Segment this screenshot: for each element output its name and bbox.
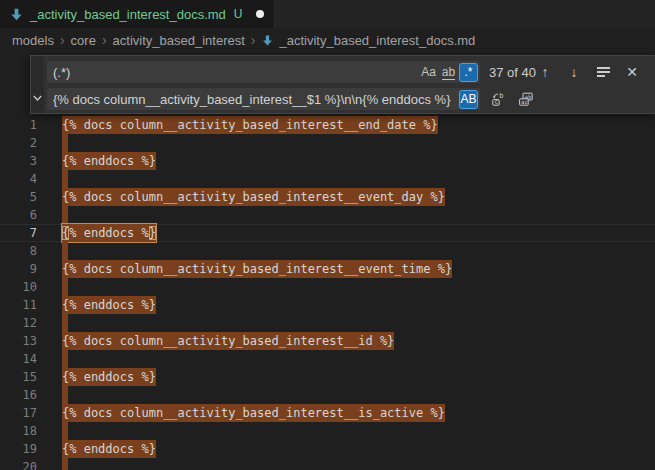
code-line[interactable]: 13{% docs column__activity_based_interes… — [0, 332, 655, 350]
code-line[interactable]: 4 — [0, 170, 655, 188]
line-number[interactable]: 16 — [0, 386, 37, 404]
code-line[interactable]: 8 — [0, 242, 655, 260]
markdown-icon — [9, 7, 24, 22]
vscode-window: _activity_based_interest_docs.md U model… — [0, 0, 655, 470]
code-text: {% enddocs %} — [37, 224, 156, 242]
breadcrumb-models[interactable]: models — [12, 33, 54, 48]
line-number[interactable]: 6 — [0, 206, 37, 224]
line-number[interactable]: 3 — [0, 152, 37, 170]
code-line[interactable]: 5{% docs column__activity_based_interest… — [0, 188, 655, 206]
code-text — [37, 134, 68, 152]
code-line[interactable]: 20 — [0, 458, 655, 470]
chevron-right-icon: › — [60, 33, 65, 47]
line-number[interactable]: 2 — [0, 134, 37, 152]
toggle-replace-button[interactable] — [31, 56, 44, 113]
line-number[interactable]: 17 — [0, 404, 37, 422]
tab-activity-docs[interactable]: _activity_based_interest_docs.md U — [0, 0, 275, 28]
svg-text:ac: ac — [521, 99, 528, 105]
search-match-empty — [62, 422, 68, 440]
replace-value: {% docs column__activity_based_interest_… — [53, 92, 458, 107]
line-number[interactable]: 20 — [0, 458, 37, 470]
code-text — [37, 170, 68, 188]
replace-all-button[interactable]: ab ac — [518, 91, 534, 107]
line-number[interactable]: 12 — [0, 314, 37, 332]
match-case-toggle[interactable]: Aa — [419, 63, 438, 82]
code-text: {% docs column__activity_based_interest_… — [37, 260, 452, 278]
previous-match-button[interactable]: ↑ — [537, 64, 553, 80]
code-line[interactable]: 3{% enddocs %} — [0, 152, 655, 170]
selection-lines-icon — [597, 67, 610, 77]
search-match: {% docs column__activity_based_interest_… — [62, 332, 394, 350]
close-button[interactable]: ✕ — [624, 64, 640, 80]
line-number[interactable]: 7 — [0, 224, 37, 242]
code-text: {% enddocs %} — [37, 368, 156, 386]
line-number[interactable]: 18 — [0, 422, 37, 440]
next-match-button[interactable]: ↓ — [566, 64, 582, 80]
find-replace-widget: (.*) Aa ab .* 37 of 40 ↑ ↓ ✕ — [30, 55, 655, 114]
preserve-case-toggle[interactable]: AB — [459, 90, 478, 109]
code-line[interactable]: 15{% enddocs %} — [0, 368, 655, 386]
code-text — [37, 422, 68, 440]
code-line[interactable]: 19{% enddocs %} — [0, 440, 655, 458]
code-text — [37, 206, 68, 224]
code-text — [37, 278, 68, 296]
code-text: {% docs column__activity_based_interest_… — [37, 332, 394, 350]
search-match: {% enddocs %} — [62, 152, 156, 170]
code-line[interactable]: 6 — [0, 206, 655, 224]
code-line[interactable]: 11{% enddocs %} — [0, 296, 655, 314]
line-number[interactable]: 11 — [0, 296, 37, 314]
breadcrumb: models › core › activity_based_interest … — [0, 28, 655, 52]
svg-text:b: b — [499, 92, 503, 100]
modified-dot-icon[interactable] — [256, 10, 264, 18]
line-number[interactable]: 4 — [0, 170, 37, 188]
code-text: {% enddocs %} — [37, 296, 156, 314]
code-text — [37, 314, 68, 332]
find-in-selection-button[interactable] — [595, 64, 611, 80]
code-text — [37, 350, 68, 368]
search-match-empty — [62, 134, 68, 152]
code-text: {% docs column__activity_based_interest_… — [37, 116, 438, 134]
code-line[interactable]: 18 — [0, 422, 655, 440]
line-number[interactable]: 10 — [0, 278, 37, 296]
match-count: 37 of 40 — [489, 65, 536, 80]
code-line[interactable]: 14 — [0, 350, 655, 368]
line-number[interactable]: 15 — [0, 368, 37, 386]
code-line[interactable]: 10 — [0, 278, 655, 296]
code-line[interactable]: 2 — [0, 134, 655, 152]
code-line[interactable]: 1{% docs column__activity_based_interest… — [0, 116, 655, 134]
code-line[interactable]: 16 — [0, 386, 655, 404]
search-match: {% docs column__activity_based_interest_… — [62, 188, 445, 206]
line-number[interactable]: 1 — [0, 116, 37, 134]
line-number[interactable]: 5 — [0, 188, 37, 206]
code-line[interactable]: 17{% docs column__activity_based_interes… — [0, 404, 655, 422]
code-line[interactable]: 9{% docs column__activity_based_interest… — [0, 260, 655, 278]
whole-word-label: ab — [442, 65, 455, 80]
search-match-empty — [62, 206, 68, 224]
line-number[interactable]: 14 — [0, 350, 37, 368]
breadcrumb-file[interactable]: _activity_based_interest_docs.md — [279, 33, 475, 48]
code-area[interactable]: 1{% docs column__activity_based_interest… — [0, 52, 655, 470]
search-match-empty — [62, 458, 68, 470]
code-line[interactable]: 12 — [0, 314, 655, 332]
chevron-right-icon: › — [102, 33, 107, 47]
line-number[interactable]: 9 — [0, 260, 37, 278]
replace-icon: b c — [491, 91, 507, 107]
breadcrumb-core[interactable]: core — [71, 33, 96, 48]
regex-toggle[interactable]: .* — [459, 63, 478, 82]
breadcrumb-activity-based-interest[interactable]: activity_based_interest — [113, 33, 245, 48]
replace-input[interactable]: {% docs column__activity_based_interest_… — [47, 88, 480, 110]
line-number[interactable]: 19 — [0, 440, 37, 458]
whole-word-toggle[interactable]: ab — [439, 63, 458, 82]
chevron-down-icon — [33, 87, 42, 105]
tab-title: _activity_based_interest_docs.md — [30, 7, 226, 22]
line-number[interactable]: 8 — [0, 242, 37, 260]
line-number[interactable]: 13 — [0, 332, 37, 350]
replace-button[interactable]: b c — [491, 91, 507, 107]
search-match: {% enddocs %} — [62, 440, 156, 458]
search-match-empty — [62, 386, 68, 404]
find-input[interactable]: (.*) Aa ab .* — [47, 61, 480, 83]
code-text: {% enddocs %} — [37, 152, 156, 170]
code-text: {% enddocs %} — [37, 440, 156, 458]
editor[interactable]: 1{% docs column__activity_based_interest… — [0, 52, 655, 470]
code-line[interactable]: 7{% enddocs %} — [0, 224, 655, 242]
